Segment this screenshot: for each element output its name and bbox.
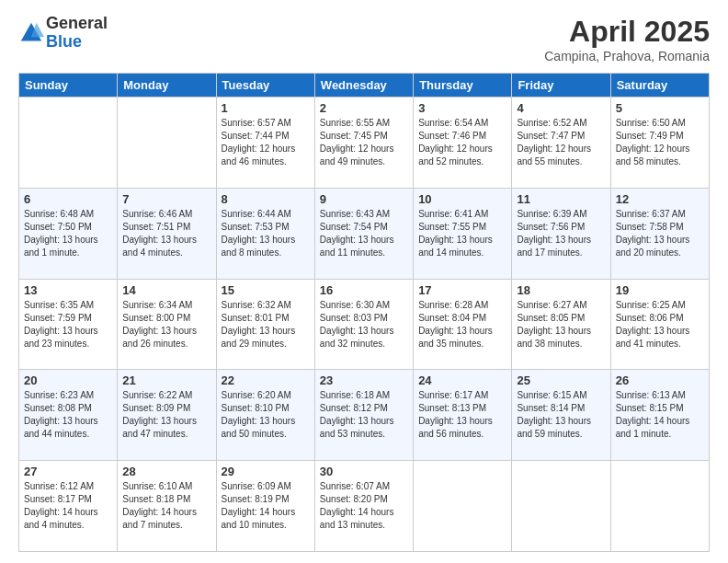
weekday-header-thursday: Thursday	[414, 74, 512, 98]
calendar-cell	[19, 98, 118, 189]
calendar-cell: 20Sunrise: 6:23 AM Sunset: 8:08 PM Dayli…	[19, 370, 118, 461]
calendar-cell: 3Sunrise: 6:54 AM Sunset: 7:46 PM Daylig…	[414, 98, 512, 189]
day-number: 2	[320, 101, 408, 115]
day-number: 4	[517, 101, 605, 115]
day-number: 18	[517, 283, 605, 297]
day-number: 27	[24, 465, 112, 478]
weekday-header-monday: Monday	[118, 74, 216, 98]
cell-info: Sunrise: 6:22 AM Sunset: 8:09 PM Dayligh…	[122, 389, 210, 441]
calendar-cell: 28Sunrise: 6:10 AM Sunset: 8:18 PM Dayli…	[118, 461, 216, 552]
day-number: 19	[616, 283, 704, 297]
cell-info: Sunrise: 6:48 AM Sunset: 7:50 PM Dayligh…	[24, 208, 112, 259]
cell-info: Sunrise: 6:54 AM Sunset: 7:46 PM Dayligh…	[418, 117, 506, 168]
cell-info: Sunrise: 6:44 AM Sunset: 7:53 PM Dayligh…	[222, 208, 310, 259]
cell-info: Sunrise: 6:20 AM Sunset: 8:10 PM Dayligh…	[222, 389, 310, 441]
calendar-cell: 13Sunrise: 6:35 AM Sunset: 7:59 PM Dayli…	[19, 279, 118, 370]
calendar-cell: 22Sunrise: 6:20 AM Sunset: 8:10 PM Dayli…	[216, 370, 314, 461]
day-number: 28	[122, 465, 210, 478]
calendar-cell: 23Sunrise: 6:18 AM Sunset: 8:12 PM Dayli…	[314, 370, 413, 461]
cell-info: Sunrise: 6:32 AM Sunset: 8:01 PM Dayligh…	[222, 299, 310, 350]
calendar-cell: 12Sunrise: 6:37 AM Sunset: 7:58 PM Dayli…	[610, 188, 709, 279]
weekday-header-saturday: Saturday	[610, 74, 709, 98]
cell-info: Sunrise: 6:46 AM Sunset: 7:51 PM Dayligh…	[122, 208, 210, 259]
cell-info: Sunrise: 6:52 AM Sunset: 7:47 PM Dayligh…	[517, 117, 605, 168]
calendar-cell	[610, 461, 709, 552]
day-number: 20	[24, 373, 112, 387]
logo-icon	[18, 20, 44, 46]
logo: General Blue	[18, 15, 108, 52]
cell-info: Sunrise: 6:10 AM Sunset: 8:18 PM Dayligh…	[122, 480, 210, 532]
cell-info: Sunrise: 6:34 AM Sunset: 8:00 PM Dayligh…	[122, 299, 210, 350]
cell-info: Sunrise: 6:37 AM Sunset: 7:58 PM Dayligh…	[616, 208, 704, 259]
day-number: 25	[517, 373, 605, 387]
day-number: 12	[616, 192, 704, 206]
calendar-cell: 9Sunrise: 6:43 AM Sunset: 7:54 PM Daylig…	[314, 188, 413, 279]
calendar-cell: 7Sunrise: 6:46 AM Sunset: 7:51 PM Daylig…	[118, 188, 216, 279]
cell-info: Sunrise: 6:12 AM Sunset: 8:17 PM Dayligh…	[24, 480, 112, 532]
day-number: 30	[320, 465, 408, 478]
day-number: 29	[222, 465, 310, 478]
month-title: April 2025	[544, 15, 710, 49]
calendar-cell: 25Sunrise: 6:15 AM Sunset: 8:14 PM Dayli…	[512, 370, 610, 461]
calendar-cell: 18Sunrise: 6:27 AM Sunset: 8:05 PM Dayli…	[512, 279, 610, 370]
weekday-header-row: SundayMondayTuesdayWednesdayThursdayFrid…	[19, 74, 710, 98]
cell-info: Sunrise: 6:28 AM Sunset: 8:04 PM Dayligh…	[418, 299, 506, 350]
calendar-cell: 17Sunrise: 6:28 AM Sunset: 8:04 PM Dayli…	[414, 279, 512, 370]
cell-info: Sunrise: 6:39 AM Sunset: 7:56 PM Dayligh…	[517, 208, 605, 259]
cell-info: Sunrise: 6:25 AM Sunset: 8:06 PM Dayligh…	[616, 299, 704, 350]
day-number: 5	[616, 101, 704, 115]
day-number: 10	[418, 192, 506, 206]
calendar-cell: 26Sunrise: 6:13 AM Sunset: 8:15 PM Dayli…	[610, 370, 709, 461]
weekday-header-wednesday: Wednesday	[314, 74, 413, 98]
calendar-cell: 8Sunrise: 6:44 AM Sunset: 7:53 PM Daylig…	[216, 188, 314, 279]
week-row-5: 27Sunrise: 6:12 AM Sunset: 8:17 PM Dayli…	[19, 461, 710, 552]
day-number: 17	[418, 283, 506, 297]
calendar-cell	[512, 461, 610, 552]
cell-info: Sunrise: 6:09 AM Sunset: 8:19 PM Dayligh…	[222, 480, 310, 532]
logo-blue: Blue	[46, 33, 108, 52]
cell-info: Sunrise: 6:27 AM Sunset: 8:05 PM Dayligh…	[517, 299, 605, 350]
calendar-cell: 14Sunrise: 6:34 AM Sunset: 8:00 PM Dayli…	[118, 279, 216, 370]
week-row-2: 6Sunrise: 6:48 AM Sunset: 7:50 PM Daylig…	[19, 188, 710, 279]
calendar-cell	[414, 461, 512, 552]
calendar-cell: 15Sunrise: 6:32 AM Sunset: 8:01 PM Dayli…	[216, 279, 314, 370]
day-number: 26	[616, 373, 704, 387]
week-row-1: 1Sunrise: 6:57 AM Sunset: 7:44 PM Daylig…	[19, 98, 710, 189]
logo-text: General Blue	[46, 15, 108, 52]
cell-info: Sunrise: 6:43 AM Sunset: 7:54 PM Dayligh…	[320, 208, 408, 259]
calendar-cell: 16Sunrise: 6:30 AM Sunset: 8:03 PM Dayli…	[314, 279, 413, 370]
day-number: 21	[122, 373, 210, 387]
location: Campina, Prahova, Romania	[544, 49, 710, 63]
calendar-cell: 2Sunrise: 6:55 AM Sunset: 7:45 PM Daylig…	[314, 98, 413, 189]
day-number: 8	[222, 192, 310, 206]
day-number: 11	[517, 192, 605, 206]
day-number: 7	[122, 192, 210, 206]
week-row-4: 20Sunrise: 6:23 AM Sunset: 8:08 PM Dayli…	[19, 370, 710, 461]
logo-general: General	[46, 15, 108, 33]
day-number: 16	[320, 283, 408, 297]
day-number: 22	[222, 373, 310, 387]
day-number: 24	[418, 373, 506, 387]
cell-info: Sunrise: 6:50 AM Sunset: 7:49 PM Dayligh…	[616, 117, 704, 168]
weekday-header-sunday: Sunday	[19, 74, 118, 98]
cell-info: Sunrise: 6:18 AM Sunset: 8:12 PM Dayligh…	[320, 389, 408, 441]
calendar-cell: 4Sunrise: 6:52 AM Sunset: 7:47 PM Daylig…	[512, 98, 610, 189]
calendar-cell: 30Sunrise: 6:07 AM Sunset: 8:20 PM Dayli…	[314, 461, 413, 552]
cell-info: Sunrise: 6:30 AM Sunset: 8:03 PM Dayligh…	[320, 299, 408, 350]
weekday-header-friday: Friday	[512, 74, 610, 98]
calendar-cell: 11Sunrise: 6:39 AM Sunset: 7:56 PM Dayli…	[512, 188, 610, 279]
day-number: 1	[222, 101, 310, 115]
page: General Blue April 2025 Campina, Prahova…	[0, 0, 728, 563]
title-block: April 2025 Campina, Prahova, Romania	[544, 15, 710, 63]
day-number: 13	[24, 283, 112, 297]
day-number: 6	[24, 192, 112, 206]
cell-info: Sunrise: 6:15 AM Sunset: 8:14 PM Dayligh…	[517, 389, 605, 441]
cell-info: Sunrise: 6:17 AM Sunset: 8:13 PM Dayligh…	[418, 389, 506, 441]
calendar-cell: 1Sunrise: 6:57 AM Sunset: 7:44 PM Daylig…	[216, 98, 314, 189]
calendar-cell: 21Sunrise: 6:22 AM Sunset: 8:09 PM Dayli…	[118, 370, 216, 461]
day-number: 3	[418, 101, 506, 115]
day-number: 23	[320, 373, 408, 387]
cell-info: Sunrise: 6:07 AM Sunset: 8:20 PM Dayligh…	[320, 480, 408, 532]
header: General Blue April 2025 Campina, Prahova…	[18, 15, 710, 63]
day-number: 9	[320, 192, 408, 206]
